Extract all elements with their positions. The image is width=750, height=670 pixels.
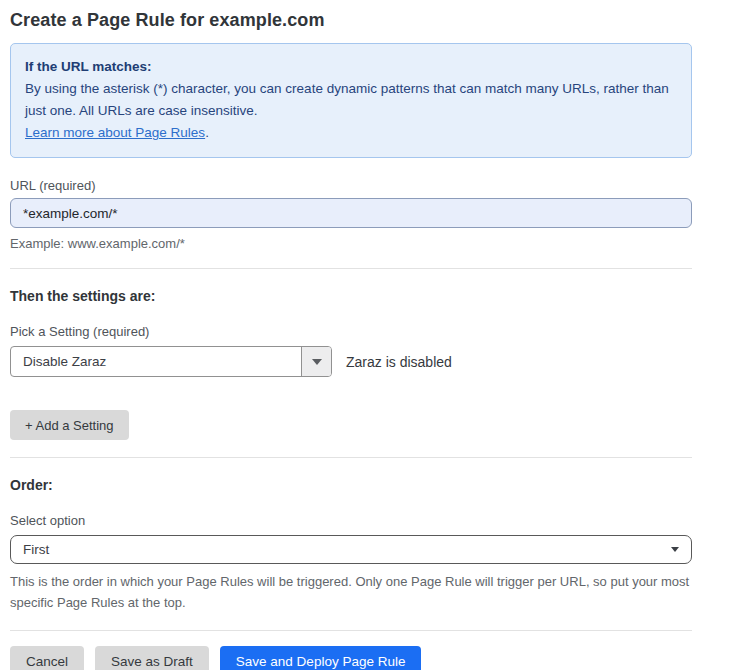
divider — [10, 268, 692, 269]
footer-actions: Cancel Save as Draft Save and Deploy Pag… — [10, 646, 692, 670]
cancel-button[interactable]: Cancel — [10, 646, 84, 670]
setting-row: Disable Zaraz Zaraz is disabled — [10, 346, 692, 377]
save-as-draft-button[interactable]: Save as Draft — [95, 646, 209, 670]
page-title: Create a Page Rule for example.com — [10, 10, 692, 31]
divider — [10, 630, 692, 631]
info-box-link-line: Learn more about Page Rules. — [25, 122, 677, 144]
create-page-rule-form: Create a Page Rule for example.com If th… — [0, 0, 750, 670]
order-help-text: This is the order in which your Page Rul… — [10, 571, 692, 613]
link-suffix: . — [205, 125, 209, 140]
info-box-body: By using the asterisk (*) character, you… — [25, 78, 677, 122]
setting-select-arrow-button[interactable] — [301, 347, 331, 376]
order-select[interactable]: First — [10, 535, 692, 564]
settings-section-heading: Then the settings are: — [10, 288, 692, 304]
add-setting-button[interactable]: + Add a Setting — [10, 410, 129, 440]
divider — [10, 457, 692, 458]
url-match-info-box: If the URL matches: By using the asteris… — [10, 43, 692, 158]
url-example-text: Example: www.example.com/* — [10, 236, 692, 251]
url-input[interactable] — [10, 198, 692, 228]
info-box-body-text: By using the asterisk (*) character, you… — [25, 81, 669, 118]
caret-down-icon — [312, 359, 322, 365]
url-field-label: URL (required) — [10, 178, 692, 193]
setting-select-value: Disable Zaraz — [11, 347, 301, 376]
info-box-heading: If the URL matches: — [25, 56, 677, 78]
save-and-deploy-button[interactable]: Save and Deploy Page Rule — [220, 646, 422, 670]
order-select-value: First — [23, 542, 671, 557]
zaraz-status-text: Zaraz is disabled — [346, 354, 452, 370]
order-section-heading: Order: — [10, 477, 692, 493]
order-select-label: Select option — [10, 513, 692, 528]
caret-down-icon — [671, 547, 679, 552]
pick-setting-label: Pick a Setting (required) — [10, 324, 692, 339]
learn-more-link[interactable]: Learn more about Page Rules — [25, 125, 205, 140]
setting-select[interactable]: Disable Zaraz — [10, 346, 332, 377]
